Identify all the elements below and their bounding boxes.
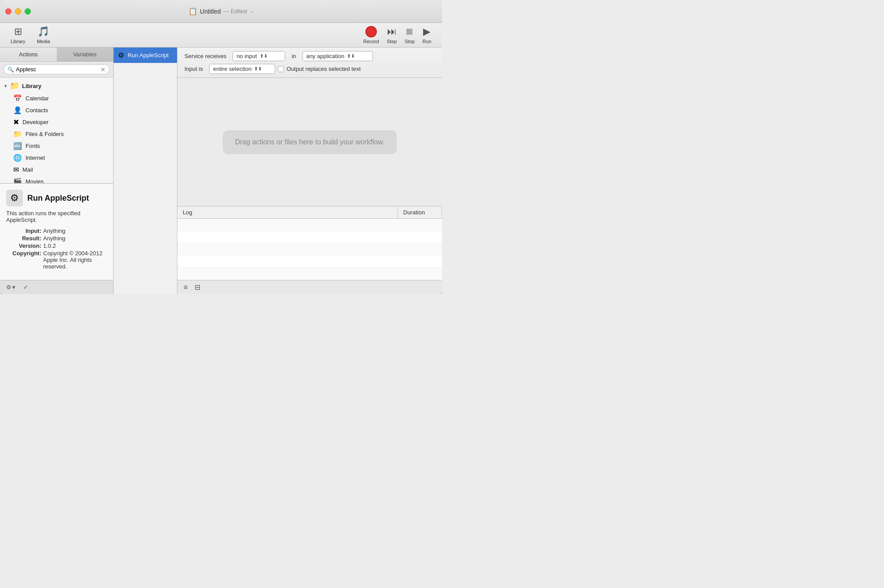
- action-detail-header: ⚙ Run AppleScript: [6, 190, 107, 206]
- stop-button[interactable]: ⏹ Stop: [401, 24, 418, 46]
- search-bar: 🔍 ✕: [0, 62, 113, 77]
- search-input[interactable]: [16, 66, 99, 73]
- movies-label: Movies: [26, 178, 44, 183]
- service-config-bar: Service receives no input ⬆⬇ in any appl…: [177, 48, 442, 78]
- run-icon: ▶: [423, 26, 431, 37]
- sidebar-item-developer[interactable]: ✖ Developer: [0, 116, 113, 128]
- fonts-label: Fonts: [26, 143, 40, 149]
- record-icon: [365, 26, 377, 37]
- tab-variables[interactable]: Variables: [57, 48, 114, 61]
- tab-variables-label: Variables: [73, 51, 96, 58]
- any-application-select[interactable]: any application ⬆⬇: [302, 51, 373, 61]
- stop-label: Stop: [405, 39, 415, 44]
- sidebar-item-calendar[interactable]: 📅 Calendar: [0, 92, 113, 104]
- meta-copyright-val: Copyright © 2004-2012 Apple Inc. All rig…: [43, 250, 107, 270]
- close-button[interactable]: [5, 8, 11, 15]
- main-window: 📋 Untitled — Edited ⌄ ⊞ Library 🎵 Media …: [0, 0, 442, 294]
- input-is-row: Input is entire selection ⬆⬇ Output repl…: [184, 64, 435, 74]
- any-application-value: any application: [306, 53, 345, 59]
- sidebar-item-movies[interactable]: 🎬 Movies: [0, 176, 113, 183]
- action-detail-meta: Input: Anything Result: Anything Version…: [6, 228, 107, 270]
- output-replaces-checkbox[interactable]: [278, 66, 284, 72]
- stop-icon: ⏹: [405, 26, 414, 37]
- log-row: [177, 268, 442, 280]
- log-col-duration: Duration: [398, 206, 442, 218]
- files-folders-label: Files & Folders: [26, 131, 64, 137]
- toolbar-right-group: Record ⏭ Step ⏹ Stop ▶ Run: [360, 24, 435, 46]
- any-application-chevrons-icon: ⬆⬇: [347, 53, 355, 59]
- log-area: Log Duration ≡ ⊟: [177, 206, 442, 294]
- step-button[interactable]: ⏭ Step: [383, 24, 401, 46]
- sidebar-item-fonts[interactable]: 🔤 Fonts: [0, 140, 113, 152]
- action-detail-name: Run AppleScript: [27, 194, 89, 203]
- main-content: Actions Variables 🔍 ✕ ▾: [0, 48, 442, 294]
- developer-label: Developer: [22, 119, 48, 125]
- library-button[interactable]: ⊞ Library: [7, 24, 29, 46]
- no-input-value: no input: [236, 53, 257, 59]
- fonts-icon: 🔤: [13, 142, 22, 150]
- search-clear-icon[interactable]: ✕: [100, 66, 106, 73]
- sidebar-item-contacts[interactable]: 👤 Contacts: [0, 104, 113, 116]
- run-button[interactable]: ▶ Run: [419, 24, 435, 46]
- files-folders-icon: 📁: [13, 130, 22, 138]
- no-input-chevrons-icon: ⬆⬇: [260, 53, 268, 59]
- log-header: Log Duration: [177, 206, 442, 219]
- sidebar-item-internet[interactable]: 🌐 Internet: [0, 152, 113, 164]
- no-input-select[interactable]: no input ⬆⬇: [232, 51, 285, 61]
- library-header[interactable]: ▾ 📁 Library: [0, 79, 113, 92]
- record-button[interactable]: Record: [360, 24, 382, 46]
- window-title: Untitled: [200, 8, 221, 15]
- titlebar: 📋 Untitled — Edited ⌄: [0, 0, 442, 23]
- drop-hint: Drag actions or files here to build your…: [223, 130, 397, 154]
- contacts-icon: 👤: [13, 106, 22, 114]
- log-rows-icon[interactable]: ⊟: [193, 282, 202, 292]
- log-list-icon[interactable]: ≡: [182, 283, 189, 292]
- gear-settings-button[interactable]: ⚙ ▾: [4, 283, 18, 291]
- check-button[interactable]: ✓: [21, 283, 31, 291]
- library-chevron-icon: ▾: [4, 83, 7, 89]
- meta-copyright-key: Copyright:: [6, 250, 41, 270]
- check-icon: ✓: [23, 284, 28, 290]
- title-chevron-icon[interactable]: ⌄: [250, 8, 254, 14]
- output-replaces-label: Output replaces selected text: [287, 66, 361, 72]
- calendar-icon: 📅: [13, 94, 22, 103]
- input-is-label: Input is: [184, 66, 203, 72]
- minimize-button[interactable]: [15, 8, 21, 15]
- sidebar-item-files-folders[interactable]: 📁 Files & Folders: [0, 128, 113, 140]
- maximize-button[interactable]: [25, 8, 31, 15]
- log-row: [177, 219, 442, 231]
- meta-version-key: Version:: [6, 243, 41, 249]
- log-row: [177, 243, 442, 256]
- sidebar-item-mail[interactable]: ✉ Mail: [0, 164, 113, 176]
- search-icon: 🔍: [7, 66, 14, 73]
- action-detail-panel: ⚙ Run AppleScript This action runs the s…: [0, 183, 113, 280]
- meta-row-copyright: Copyright: Copyright © 2004-2012 Apple I…: [6, 250, 107, 270]
- result-item-run-applescript[interactable]: ⚙ Run AppleScript: [114, 48, 177, 63]
- meta-input-val: Anything: [43, 228, 66, 234]
- library-panel: ▾ 📁 Library 📅 Calendar 👤 Contacts ✖: [0, 77, 113, 183]
- media-icon: 🎵: [37, 26, 49, 37]
- log-row: [177, 231, 442, 243]
- in-label: in: [291, 53, 296, 59]
- step-icon: ⏭: [387, 26, 397, 37]
- entire-selection-select[interactable]: entire selection ⬆⬇: [209, 64, 275, 74]
- meta-input-key: Input:: [6, 228, 41, 234]
- action-detail-icon: ⚙: [6, 190, 23, 206]
- entire-selection-chevrons-icon: ⬆⬇: [254, 66, 262, 72]
- left-section: Actions Variables 🔍 ✕ ▾: [0, 48, 114, 294]
- mail-label: Mail: [22, 166, 33, 173]
- tab-actions[interactable]: Actions: [0, 48, 57, 61]
- output-replaces-checkbox-row: Output replaces selected text: [278, 66, 361, 72]
- internet-label: Internet: [26, 154, 45, 161]
- service-receives-row: Service receives no input ⬆⬇ in any appl…: [184, 51, 435, 61]
- run-applescript-label: Run AppleScript: [128, 52, 169, 59]
- entire-selection-value: entire selection: [213, 66, 251, 72]
- media-button[interactable]: 🎵 Media: [33, 24, 54, 46]
- action-detail-description: This action runs the specified AppleScri…: [6, 210, 107, 223]
- window-title-area: 📋 Untitled — Edited ⌄: [188, 7, 254, 15]
- meta-row-version: Version: 1.0.2: [6, 243, 107, 249]
- log-col-label: Log: [183, 209, 192, 216]
- left-bottom-bar: ⚙ ▾ ✓: [0, 280, 113, 294]
- edited-badge: — Edited: [223, 8, 247, 15]
- record-label: Record: [363, 39, 379, 44]
